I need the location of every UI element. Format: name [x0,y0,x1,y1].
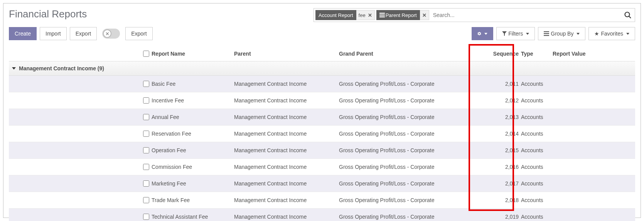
row-checkbox[interactable] [143,180,149,187]
column-parent[interactable]: Parent [234,51,339,57]
facet-label: Account Report [315,10,356,20]
svg-rect-1 [379,15,385,16]
select-all-checkbox[interactable] [143,51,149,57]
cell-parent: Management Contract Income [234,164,339,170]
cell-type: Accounts [521,147,553,153]
cell-grand-parent: Gross Operating Profit/Loss - Corporate [339,147,476,153]
search-icon[interactable] [621,11,635,19]
filters-label: Filters [508,31,523,37]
cell-parent: Management Contract Income [234,197,339,203]
svg-rect-6 [544,33,549,34]
cell-type: Accounts [521,180,553,187]
export-button[interactable]: Export [70,27,97,40]
cell-report-name: Reservation Fee [152,131,234,137]
export-button-2[interactable]: Export [125,27,152,40]
cell-parent: Management Contract Income [234,214,339,220]
svg-rect-5 [544,31,549,32]
column-type[interactable]: Type [521,51,553,57]
table-row[interactable]: Annual FeeManagement Contract IncomeGros… [9,109,635,126]
table-row[interactable]: Basic FeeManagement Contract IncomeGross… [9,76,635,92]
column-sequence[interactable]: Sequence [476,51,521,57]
group-by-button[interactable]: Group By [538,27,585,40]
svg-point-3 [625,12,630,17]
row-checkbox[interactable] [143,131,149,137]
table-row[interactable]: Trade Mark FeeManagement Contract Income… [9,192,635,209]
facet-value: fee ✕ [356,10,375,20]
cell-type: Accounts [521,131,553,137]
close-icon[interactable]: ✕ [422,12,427,18]
close-icon[interactable]: ✕ [368,12,372,18]
cell-parent: Management Contract Income [234,180,339,187]
cell-sequence: 2,017 [476,180,521,187]
cell-type: Accounts [521,164,553,170]
favorites-button[interactable]: ★ Favorites [588,27,635,40]
list-icon [379,13,385,17]
cell-sequence: 2,011 [476,81,521,87]
cell-sequence: 2,013 [476,114,521,120]
toggle-knob: ✕ [103,29,111,38]
table-row[interactable]: Commission FeeManagement Contract Income… [9,159,635,175]
row-checkbox[interactable] [143,214,149,220]
cell-report-name: Incentive Fee [152,97,234,104]
table-row[interactable]: Operation FeeManagement Contract IncomeG… [9,142,635,159]
cell-sequence: 2,015 [476,147,521,153]
cell-report-name: Marketing Fee [152,180,234,187]
column-grand-parent[interactable]: Grand Parent [339,51,476,57]
cell-grand-parent: Gross Operating Profit/Loss - Corporate [339,197,476,203]
row-checkbox[interactable] [143,164,149,170]
cell-grand-parent: Gross Operating Profit/Loss - Corporate [339,114,476,120]
filters-button[interactable]: Filters [496,27,535,40]
search-bar[interactable]: Account Report fee ✕ Parent Report ✕ [314,8,635,22]
row-checkbox[interactable] [143,97,149,104]
row-checkbox[interactable] [143,147,149,153]
cell-type: Accounts [521,97,553,104]
cell-parent: Management Contract Income [234,97,339,104]
cell-report-name: Basic Fee [152,81,234,87]
cell-sequence: 2,016 [476,164,521,170]
cell-sequence: 2,014 [476,131,521,137]
table-row[interactable]: Incentive FeeManagement Contract IncomeG… [9,92,635,109]
cell-grand-parent: Gross Operating Profit/Loss - Corporate [339,214,476,220]
column-report-value[interactable]: Report Value [553,51,622,57]
table-row[interactable]: Reservation FeeManagement Contract Incom… [9,126,635,142]
import-button[interactable]: Import [40,27,67,40]
row-checkbox[interactable] [143,81,149,87]
cell-parent: Management Contract Income [234,81,339,87]
toggle-switch[interactable]: ✕ [102,29,120,39]
table-row[interactable]: Technical Assistant FeeManagement Contra… [9,209,635,221]
cell-type: Accounts [521,197,553,203]
chevron-down-icon [526,33,529,35]
table-row[interactable]: Marketing FeeManagement Contract IncomeG… [9,175,635,192]
column-report-name[interactable]: Report Name [152,51,234,57]
chevron-down-icon [577,33,580,35]
cell-parent: Management Contract Income [234,147,339,153]
search-facet-account-report[interactable]: Account Report fee ✕ [315,10,375,20]
group-header[interactable]: Management Contract Income (9) [9,61,635,76]
page-title: Financial Reports [9,8,306,20]
search-input[interactable] [431,8,621,22]
facet-label-text: Parent Report [386,12,417,18]
cell-report-name: Technical Assistant Fee [152,214,234,220]
svg-rect-7 [544,35,549,36]
cell-grand-parent: Gross Operating Profit/Loss - Corporate [339,164,476,170]
facet-value: ✕ [420,10,429,20]
cell-grand-parent: Gross Operating Profit/Loss - Corporate [339,131,476,137]
create-button[interactable]: Create [9,27,37,40]
facet-label: Parent Report [376,10,420,20]
row-checkbox[interactable] [143,197,149,203]
cell-type: Accounts [521,114,553,120]
chevron-down-icon [484,33,487,35]
svg-rect-0 [379,13,385,14]
cell-sequence: 2,019 [476,214,521,220]
settings-menu-button[interactable] [472,27,493,40]
search-facet-parent-report[interactable]: Parent Report ✕ [376,10,429,20]
group-title: Management Contract Income (9) [19,65,104,71]
table-header: Report Name Parent Grand Parent Sequence… [9,46,635,61]
row-checkbox[interactable] [143,114,149,120]
cell-report-name: Annual Fee [152,114,234,120]
svg-rect-2 [379,16,385,17]
chevron-down-icon [626,33,629,35]
cell-sequence: 2,018 [476,197,521,203]
funnel-icon [502,31,507,36]
cell-report-name: Trade Mark Fee [152,197,234,203]
